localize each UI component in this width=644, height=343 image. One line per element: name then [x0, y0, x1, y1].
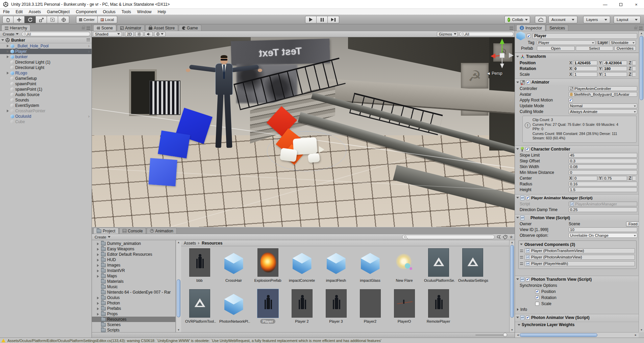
scroll-down-icon[interactable]: ▼ [640, 328, 643, 331]
scene-search-input[interactable]: All [460, 32, 514, 36]
lock-icon[interactable] [82, 27, 85, 29]
step-button[interactable] [328, 16, 339, 23]
asset-item[interactable]: RemotePlayer [421, 288, 455, 329]
fold-icon[interactable] [516, 197, 519, 199]
expand-arrow-icon[interactable] [97, 307, 100, 310]
tab-console[interactable]: Console [119, 228, 146, 234]
menu-item[interactable]: Component [73, 9, 100, 14]
project-search-input[interactable] [402, 235, 495, 239]
chevron-right-icon[interactable]: › [88, 114, 90, 119]
expand-arrow-icon[interactable] [97, 269, 100, 272]
perspective-label[interactable]: ◄ Persp [487, 71, 502, 76]
folder-row[interactable]: HUD [92, 257, 175, 262]
tab-game[interactable]: Game [179, 25, 201, 31]
folder-tree-scrollbar[interactable]: ▲ ▼ [176, 240, 181, 332]
folder-row[interactable]: Dummy_animation [92, 241, 175, 246]
scroll-up-icon[interactable]: ▲ [640, 32, 643, 35]
menu-item[interactable]: Tools [119, 9, 134, 14]
expand-arrow-icon[interactable] [97, 296, 100, 299]
hierarchy-item[interactable]: RLogo › [0, 70, 92, 76]
controller-field[interactable]: PlayerAnimController [569, 86, 637, 91]
scene-header-row[interactable]: Bunker [0, 37, 92, 43]
layout-button[interactable]: Layout [614, 16, 641, 23]
prefab-overrides-button[interactable]: Overrides [614, 46, 636, 51]
hierarchy-item[interactable]: OculusId › [0, 114, 92, 119]
asset-item[interactable]: Player 3 [319, 288, 353, 329]
update-mode-dropdown[interactable]: Normal [569, 104, 637, 108]
info-foldout-label[interactable]: Info [520, 307, 527, 312]
fold-icon[interactable] [520, 244, 523, 245]
folder-row[interactable]: Scripts [92, 327, 175, 332]
scale-z-field[interactable] [632, 72, 636, 77]
status-bar[interactable]: Assets/Oculus/Platform/Editor/OculusPlat… [0, 338, 644, 343]
folder-row[interactable]: Photon [92, 300, 175, 306]
fold-icon[interactable] [516, 56, 519, 58]
menu-item[interactable]: Help [155, 9, 169, 14]
tab-inspector[interactable]: iInspector [516, 25, 545, 31]
expand-arrow-icon[interactable] [97, 302, 100, 305]
panel-menu-icon[interactable] [86, 27, 90, 30]
asset-item[interactable]: CrossHair [217, 247, 251, 288]
hierarchy-item[interactable]: spawnPoint › [0, 81, 92, 87]
center-z-field[interactable] [632, 176, 636, 181]
asset-item[interactable]: OculusPlatformSe... [421, 247, 455, 288]
fold-icon[interactable] [516, 148, 519, 150]
component-enabled-checkbox[interactable]: ✔ [526, 80, 530, 84]
asset-item[interactable]: OVRPlatformTool... [182, 288, 217, 329]
value-field[interactable]: 0 [569, 170, 637, 175]
asset-item[interactable]: impactFlesh [319, 247, 353, 288]
sync-checkbox[interactable]: ✔ [535, 296, 539, 300]
hierarchy-search-input[interactable]: All [22, 32, 90, 36]
shading-mode-dropdown[interactable]: Shaded [93, 32, 122, 37]
component-enabled-checkbox[interactable]: ✔ [526, 277, 530, 281]
collapse-arrow-icon[interactable] [1, 39, 4, 41]
lock-icon[interactable] [634, 27, 637, 29]
asset-item[interactable]: New Flare [387, 247, 421, 288]
asset-item[interactable]: Player [251, 288, 285, 329]
rect-tool-button[interactable] [47, 16, 58, 23]
rotation-y-field[interactable]: 180 [603, 66, 627, 71]
menu-item[interactable]: File [0, 9, 13, 14]
player-model[interactable] [193, 56, 255, 161]
scene-menu-icon[interactable] [86, 39, 90, 42]
folder-row[interactable]: Easy Weapons [92, 246, 175, 252]
breadcrumb-current[interactable]: Resources [202, 241, 222, 246]
drag-handle-icon[interactable] [520, 262, 523, 265]
folder-row[interactable]: Nintendo 64 - GoldenEye 007 - Rar [92, 290, 175, 295]
folder-row[interactable]: Materials [92, 279, 175, 284]
audio-toggle-button[interactable] [145, 32, 153, 37]
asset-item[interactable]: PlayerO [387, 288, 421, 329]
tab-animator[interactable]: Animator [117, 25, 145, 31]
folder-row[interactable]: Maps [92, 273, 175, 279]
search-by-type-icon[interactable] [496, 235, 501, 239]
maximize-button[interactable] [613, 0, 628, 9]
expand-arrow-icon[interactable] [97, 253, 100, 256]
panel-menu-icon[interactable] [510, 27, 513, 30]
damp-time-field[interactable]: 0.25 [569, 207, 637, 212]
fold-icon[interactable] [518, 324, 520, 326]
effects-dropdown[interactable] [154, 32, 166, 37]
toggle-2d-button[interactable]: 2D [125, 32, 134, 37]
hierarchy-item[interactable]: _Bullet_Hole_Pool › [0, 43, 92, 49]
active-checkbox[interactable]: ✔ [527, 34, 531, 38]
scroll-left-icon[interactable]: ◄ [516, 334, 520, 337]
minimize-button[interactable]: — [597, 0, 613, 9]
transform-tool-button[interactable] [58, 16, 69, 23]
fold-icon[interactable] [517, 308, 519, 311]
account-button[interactable]: Account [548, 16, 577, 23]
inspector-horizontal-scrollbar[interactable]: ◄ ► [515, 332, 639, 338]
expand-arrow-icon[interactable] [6, 71, 9, 75]
lighting-toggle-button[interactable] [135, 32, 143, 37]
menu-item[interactable]: Edit [13, 9, 26, 14]
asset-grid-scrollbar[interactable]: ▲ ▼ [509, 240, 515, 332]
value-field[interactable]: 0.16 [569, 182, 637, 186]
folder-row[interactable]: Prefabs [92, 306, 175, 311]
folder-row[interactable]: Props [92, 311, 175, 317]
prefab-open-button[interactable]: Open [537, 46, 575, 51]
value-field[interactable]: 45 [569, 153, 637, 158]
position-y-field[interactable]: -9.423004 [603, 61, 627, 65]
hierarchy-item[interactable]: Sounds › [0, 97, 92, 103]
asset-item[interactable]: Player 2 [285, 288, 319, 329]
menu-item[interactable]: Assets [26, 9, 44, 14]
expand-arrow-icon[interactable] [97, 275, 100, 278]
